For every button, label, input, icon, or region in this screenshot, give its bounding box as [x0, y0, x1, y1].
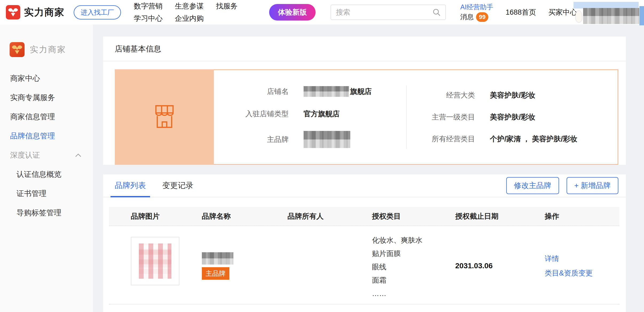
category-line: 面霜: [372, 274, 455, 287]
store-fields-right: 经营大类 美容护肤/彩妆 主营一级类目 美容护肤/彩妆 所有经营类目 个护/家清…: [407, 90, 618, 144]
assistant-block: AI经营助手 消息 99: [460, 3, 493, 22]
nav-link-business-advisor[interactable]: 生意参谋: [175, 1, 204, 11]
sidebar-item-brand-info[interactable]: 品牌信息管理: [0, 126, 93, 146]
field-label: 所有经营类目: [411, 134, 475, 144]
panel-divider: [103, 61, 626, 61]
add-brand-button[interactable]: + 新增品牌: [567, 177, 618, 194]
tab-brand-list[interactable]: 品牌列表: [115, 174, 146, 197]
app-screen: 实力商家 进入找工厂 数字营销 生意参谋 找服务 学习中心 企业内购 体验新版 …: [0, 0, 644, 312]
store-name-suffix: 旗舰店: [350, 87, 372, 96]
store-card-illustration: [115, 69, 214, 165]
col-brand-image: 品牌图片: [131, 211, 202, 221]
category-line: 化妆水、爽肤水: [372, 234, 455, 247]
store-card-fields: 店铺名 旗舰店 入驻店铺类型 官方旗舰店 主品牌: [214, 70, 618, 164]
brand-actions: 修改主品牌 + 新增品牌: [506, 177, 618, 194]
field-label: 主品牌: [225, 135, 289, 144]
field-value: 美容护肤/彩妆: [490, 112, 535, 122]
field-value: [304, 131, 350, 148]
search-input[interactable]: [335, 8, 432, 17]
search-box[interactable]: [331, 5, 446, 20]
col-brand-owner: 品牌所有人: [288, 211, 372, 221]
edit-main-brand-button[interactable]: 修改主品牌: [506, 177, 559, 194]
cell-brand-name: 主品牌: [202, 231, 288, 300]
field-all-categories: 所有经营类目 个护/家清 ， 美容护肤/彩妆: [411, 134, 618, 144]
messages-row: 消息 99: [460, 12, 493, 22]
sidebar-item-shopping-guide-tags[interactable]: 导购标签管理: [0, 203, 93, 222]
bull-logo-icon: [6, 5, 20, 19]
brand-name-mosaic: [202, 252, 233, 265]
field-store-type: 入驻店铺类型 官方旗舰店: [225, 109, 406, 119]
store-info-panel: 店铺基本信息: [103, 37, 626, 165]
sidebar-brand-text: 实力商家: [30, 44, 66, 55]
user-name-mosaic: [583, 8, 639, 24]
col-authorized-categories: 授权类目: [372, 211, 455, 221]
search-icon[interactable]: [432, 8, 441, 17]
messages-link[interactable]: 消息: [460, 13, 474, 22]
panel-title: 店铺基本信息: [103, 37, 626, 61]
field-value: 官方旗舰店: [304, 109, 340, 119]
nav-link-learning-center[interactable]: 学习中心: [134, 14, 163, 23]
details-link[interactable]: 详情: [545, 253, 619, 265]
table-header: 品牌图片 品牌名称 品牌所有人 授权类目 授权截止日期 操作: [109, 207, 619, 226]
field-value: 旗舰店: [304, 86, 372, 97]
field-value: 美容护肤/彩妆: [490, 90, 535, 100]
field-label: 主营一级类目: [411, 112, 475, 122]
field-label: 入驻店铺类型: [225, 109, 289, 119]
user-account-area[interactable]: [574, 0, 644, 26]
field-store-name: 店铺名 旗舰店: [225, 86, 406, 97]
main-brand-tag: 主品牌: [202, 267, 229, 280]
messages-badge: 99: [476, 12, 488, 22]
sidebar-item-exclusive-services[interactable]: 实商专属服务: [0, 88, 93, 107]
nav-link-find-services[interactable]: 找服务: [216, 1, 238, 11]
sidebar-group-label: 深度认证: [10, 150, 40, 160]
chevron-up-icon: [75, 151, 82, 159]
field-business-category: 经营大类 美容护肤/彩妆: [411, 90, 618, 100]
cell-brand-owner: [288, 231, 372, 300]
nav-link-digital-marketing[interactable]: 数字营销: [134, 1, 163, 11]
field-main-brand: 主品牌: [225, 131, 406, 148]
storefront-icon: [150, 101, 179, 133]
logo-text: 实力商家: [24, 6, 65, 19]
col-authorization-deadline: 授权截止日期: [455, 211, 545, 221]
category-qualification-change-link[interactable]: 类目&资质变更: [545, 267, 619, 279]
blurred-banner: [574, 2, 639, 9]
brand-image-box: [131, 237, 179, 285]
link-buyer-center[interactable]: 买家中心: [548, 7, 577, 17]
nav-link-enterprise-purchase[interactable]: 企业内购: [175, 14, 204, 23]
field-value: 个护/家清 ， 美容护肤/彩妆: [490, 134, 577, 144]
sidebar-brand: 实力商家: [10, 42, 93, 57]
ai-assistant-link[interactable]: AI经营助手: [460, 3, 493, 12]
category-line-ellipsis: ……: [372, 287, 455, 300]
tabs-row: 品牌列表 变更记录 修改主品牌 + 新增品牌: [103, 174, 626, 197]
brand-panel: 品牌列表 变更记录 修改主品牌 + 新增品牌 品牌图片 品牌名称 品牌所有人 授…: [103, 174, 626, 312]
main-brand-mosaic: [304, 131, 350, 148]
sidebar-bull-logo-icon: [10, 42, 25, 57]
tab-change-records[interactable]: 变更记录: [162, 174, 193, 197]
blurred-strip: [639, 6, 644, 25]
link-1688-home[interactable]: 1688首页: [506, 7, 536, 17]
store-fields-left: 店铺名 旗舰店 入驻店铺类型 官方旗舰店 主品牌: [214, 86, 406, 148]
store-card: 店铺名 旗舰店 入驻店铺类型 官方旗舰店 主品牌: [115, 69, 618, 165]
sidebar-item-certificate-management[interactable]: 证书管理: [0, 184, 93, 203]
sidebar-item-cert-overview[interactable]: 认证信息概览: [0, 165, 93, 184]
table-row: 主品牌 化妆水、爽肤水 贴片面膜 眼线 面霜 …… 2031.03.06 详情 …: [109, 226, 619, 305]
field-label: 经营大类: [411, 90, 475, 100]
sidebar: 实力商家 商家中心 实商专属服务 商家信息管理 品牌信息管理 深度认证 认证信息…: [0, 25, 93, 312]
sidebar-item-merchant-info[interactable]: 商家信息管理: [0, 107, 93, 126]
sidebar-group-deep-certification[interactable]: 深度认证: [0, 146, 93, 165]
drop-outline-icon: [575, 10, 583, 23]
enter-factory-button[interactable]: 进入找工厂: [74, 5, 121, 19]
sidebar-item-merchant-center[interactable]: 商家中心: [0, 69, 93, 88]
cell-brand-image: [131, 231, 202, 300]
try-new-version-button[interactable]: 体验新版: [269, 4, 316, 21]
field-primary-category: 主营一级类目 美容护肤/彩妆: [411, 112, 618, 122]
main-content: 店铺基本信息: [103, 37, 626, 312]
brand-table: 品牌图片 品牌名称 品牌所有人 授权类目 授权截止日期 操作 主: [109, 207, 619, 305]
brand-image-mosaic: [139, 243, 171, 279]
store-name-mosaic: [304, 86, 349, 97]
logo[interactable]: 实力商家: [6, 5, 65, 19]
cell-authorization-deadline: 2031.03.06: [455, 231, 545, 300]
category-line: 眼线: [372, 260, 455, 274]
sidebar-menu: 商家中心 实商专属服务 商家信息管理 品牌信息管理 深度认证 认证信息概览 证书…: [0, 69, 93, 222]
top-header: 实力商家 进入找工厂 数字营销 生意参谋 找服务 学习中心 企业内购 体验新版 …: [0, 0, 644, 25]
